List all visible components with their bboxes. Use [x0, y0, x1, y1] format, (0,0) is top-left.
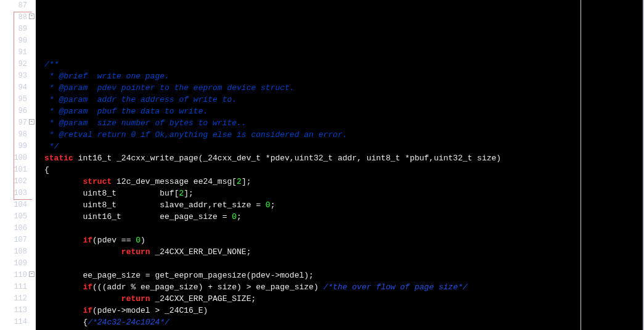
code-token: static	[44, 154, 73, 163]
line-number-text: 103	[14, 188, 27, 199]
line-number[interactable]: 105	[0, 211, 35, 223]
line-number-text: 97	[18, 117, 27, 129]
code-line[interactable]: if(pdev->model > _24C16_E)	[44, 305, 644, 316]
code-token: */	[44, 142, 59, 151]
code-token	[44, 306, 83, 315]
code-token: 0	[266, 200, 271, 210]
line-number[interactable]: 111	[0, 281, 35, 293]
code-line[interactable]: */	[44, 141, 644, 152]
line-number[interactable]: 108	[0, 246, 35, 258]
code-line[interactable]: return _24CXX_ERR_PAGE_SIZE;	[44, 293, 644, 305]
line-number-text: 98	[18, 129, 27, 141]
code-token: * @retval return 0 if Ok,anything else i…	[44, 130, 347, 139]
line-number[interactable]: 107	[0, 234, 35, 246]
line-number-text: 99	[18, 141, 27, 152]
line-number-text: 112	[14, 293, 27, 305]
code-token: 2	[237, 177, 242, 186]
code-line[interactable]: static int16_t _24cxx_write_page(_24cxx_…	[44, 152, 644, 164]
line-number[interactable]: 99	[0, 141, 35, 152]
code-line[interactable]: if(pdev == 0)	[44, 234, 644, 246]
line-number[interactable]: 104	[0, 199, 35, 211]
line-number-text: 105	[14, 211, 27, 223]
code-line[interactable]: * @param pdev pointer to the eeprom devi…	[44, 82, 644, 94]
fold-toggle-icon[interactable]: -	[29, 14, 35, 19]
line-number-text: 101	[14, 164, 27, 176]
line-number-text: 96	[18, 105, 27, 117]
code-line[interactable]: {/*24c32-24c1024*/	[44, 316, 644, 328]
line-number[interactable]: 97-	[0, 117, 35, 129]
code-token: if	[83, 283, 92, 292]
line-number[interactable]: 110-	[0, 270, 35, 281]
line-number-text: 109	[14, 258, 27, 270]
code-token	[44, 247, 121, 257]
code-token: ];	[242, 177, 251, 186]
code-token: (pdev->model > _24C16_E)	[92, 306, 208, 315]
code-line[interactable]	[44, 223, 644, 234]
code-line[interactable]: * @param pbuf the data to write.	[44, 105, 644, 117]
code-line[interactable]: * @param addr the address of write to.	[44, 94, 644, 105]
code-token: int16_t _24cxx_write_page(_24cxx_dev_t *…	[73, 154, 501, 163]
line-number-text: 102	[14, 176, 27, 188]
code-token: * @param addr the address of write to.	[44, 95, 237, 104]
line-number[interactable]: 112	[0, 293, 35, 305]
code-token: struct	[83, 177, 112, 186]
line-number-text: 110	[14, 270, 27, 281]
code-line[interactable]: ee_page_size = get_eeprom_pagesize(pdev-…	[44, 270, 644, 281]
code-line[interactable]: * @brief write one page.	[44, 70, 644, 82]
code-token: ];	[184, 189, 194, 198]
line-number[interactable]: 109	[0, 258, 35, 270]
line-number[interactable]: 101	[0, 164, 35, 176]
code-line[interactable]: * @retval return 0 if Ok,anything else i…	[44, 129, 644, 141]
code-line[interactable]: {	[44, 164, 644, 176]
code-token: {	[44, 165, 49, 175]
line-number[interactable]: 88-	[0, 12, 35, 23]
line-number[interactable]: 100	[0, 152, 35, 164]
fold-toggle-icon[interactable]: -	[29, 271, 35, 277]
code-line[interactable]: return _24CXX_ERR_DEV_NONE;	[44, 246, 644, 258]
line-number-text: 114	[14, 316, 27, 328]
code-token: ee_page_size = get_eeprom_pagesize(pdev-…	[44, 271, 314, 280]
code-line[interactable]: * @param size number of bytes to write..	[44, 117, 644, 129]
line-number-gutter[interactable]: 8788-899091929394959697-9899100101102103…	[0, 0, 36, 330]
line-number[interactable]: 93	[0, 70, 35, 82]
code-token: uint16_t ee_page_size =	[44, 212, 232, 221]
line-number-text: 111	[14, 281, 27, 293]
line-number[interactable]: 95	[0, 94, 35, 105]
line-number[interactable]: 96	[0, 105, 35, 117]
line-number-text: 91	[18, 47, 27, 59]
fold-toggle-icon[interactable]: -	[29, 119, 35, 125]
line-number[interactable]: 102	[0, 176, 35, 188]
line-number-text: 92	[18, 59, 27, 70]
line-number[interactable]: 90	[0, 35, 35, 47]
line-number[interactable]: 89	[0, 23, 35, 35]
code-line[interactable]: if(((addr % ee_page_size) + size) > ee_p…	[44, 281, 644, 293]
code-token: i2c_dev_message ee24_msg[	[112, 177, 237, 186]
line-number[interactable]: 92	[0, 59, 35, 70]
line-number-text: 94	[18, 82, 27, 94]
code-token: _24CXX_ERR_PAGE_SIZE;	[150, 294, 256, 303]
code-line[interactable]	[44, 258, 644, 270]
code-line[interactable]: uint16_t ee_page_size = 0;	[44, 211, 644, 223]
line-number-text: 113	[14, 305, 27, 316]
code-line[interactable]: /**	[44, 59, 644, 70]
line-number[interactable]: 114	[0, 316, 35, 328]
code-line[interactable]: uint8_t slave_addr,ret_size = 0;	[44, 199, 644, 211]
line-number[interactable]: 87	[0, 0, 35, 12]
code-token	[44, 177, 83, 186]
code-token	[44, 283, 83, 292]
line-number[interactable]: 103	[0, 188, 35, 199]
line-number[interactable]: 113	[0, 305, 35, 316]
code-editor-area[interactable]: /** * @brief write one page. * @param pd…	[36, 0, 644, 330]
code-token: (((addr % ee_page_size) + size) > ee_pag…	[92, 283, 323, 292]
code-line[interactable]: struct i2c_dev_message ee24_msg[2];	[44, 176, 644, 188]
line-number[interactable]: 106	[0, 223, 35, 234]
line-number[interactable]: 94	[0, 82, 35, 94]
code-line[interactable]: uint8_t buf[2];	[44, 188, 644, 199]
code-token: uint8_t slave_addr,ret_size =	[44, 200, 266, 210]
code-token: )	[141, 236, 145, 245]
line-number-text: 104	[14, 199, 27, 211]
line-number[interactable]: 91	[0, 47, 35, 59]
code-token: if	[83, 306, 92, 315]
line-number[interactable]: 98	[0, 129, 35, 141]
code-line[interactable]	[44, 47, 644, 59]
